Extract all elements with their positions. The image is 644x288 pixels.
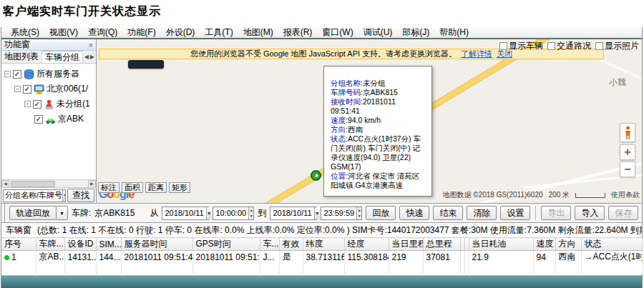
checkbox-icon[interactable] (499, 42, 507, 50)
menu-function[interactable]: 功能(F) (122, 26, 160, 39)
cell-server-time[interactable]: 20181011 09:51:41 (121, 251, 192, 264)
scroll-left-icon[interactable]: ◀ (1, 180, 9, 188)
scrollbar-thumb[interactable] (11, 181, 55, 187)
cell-plate[interactable]: 京AB... (36, 251, 64, 264)
from-date-picker[interactable]: 2018/10/11 ▼ (162, 207, 209, 220)
tab-scroll-right-icon[interactable]: ▶ (90, 54, 94, 60)
tree-item-vehicle-jingabk815[interactable]: ✓ 京ABK (1, 111, 96, 126)
menu-query[interactable]: 查询(Q) (83, 26, 122, 39)
col-day-mileage[interactable]: 当日里程 (389, 238, 423, 251)
tab-vehicle-groups[interactable]: 车辆分组 (42, 51, 83, 63)
map-type-dropdown[interactable] (128, 60, 164, 69)
col-gps-time[interactable]: GPS时间 (192, 238, 260, 251)
menu-peripheral[interactable]: 外设(D) (161, 26, 200, 39)
col-latitude[interactable]: 纬度 (303, 238, 344, 251)
cell-latitude[interactable]: 38.713116 (303, 251, 344, 264)
spinner-arrows-icon[interactable]: ▲▼ (248, 207, 253, 219)
cell-device-id[interactable]: 14131... (64, 251, 96, 264)
settings-button[interactable]: 设置 (500, 206, 530, 220)
to-time-spinner[interactable]: 23:59:59 ▲▼ (321, 207, 362, 220)
tab-map-list[interactable]: 地图列表 (1, 51, 42, 63)
terms-link[interactable]: 使用条款 (611, 190, 640, 200)
show-photos-option[interactable]: 显示照片 (595, 40, 639, 52)
learn-more-link[interactable]: 了解详情 (461, 49, 492, 59)
play-button[interactable]: 回放 (366, 206, 396, 220)
cell-total-mileage[interactable]: 37081 (423, 251, 460, 264)
distance-button[interactable]: 距离 (145, 182, 167, 193)
cell-day-mileage[interactable]: 219 (389, 251, 423, 264)
from-time-spinner[interactable]: 10:00:00 ▲▼ (213, 207, 254, 220)
col-index[interactable]: 序号 (1, 238, 36, 251)
collapse-icon[interactable]: − (14, 86, 21, 92)
col-vehicle[interactable]: 车... (260, 238, 279, 251)
menu-tools[interactable]: 工具(T) (200, 26, 238, 39)
chevron-down-icon[interactable]: ▼ (57, 206, 68, 220)
cell-speed[interactable]: 94 (533, 251, 555, 264)
track-playback-splitbutton[interactable]: 轨迹回放 ▼ (9, 206, 68, 220)
group-plate-combobox[interactable]: 分组名称/车牌号 ▼ (3, 189, 66, 202)
cell-direction[interactable]: 西南 (555, 251, 581, 264)
vehicle-marker[interactable]: ▲ (311, 170, 321, 181)
table-row[interactable]: 1 京AB... 14131... 144... 20181011 09:51:… (1, 251, 643, 264)
checkbox-vehicle[interactable]: ✓ (34, 115, 43, 124)
cell-index[interactable]: 1 (1, 251, 36, 264)
tab-scroll-arrows[interactable]: ◀▶ (84, 51, 96, 63)
col-valid[interactable]: 有效 (279, 238, 303, 251)
collapse-icon[interactable]: − (24, 101, 31, 107)
cell-longitude[interactable]: 115.308184 (344, 251, 389, 264)
rectangle-button[interactable]: 矩形 (169, 182, 190, 193)
traffic-option[interactable]: 交通路况 (547, 40, 591, 52)
tree-item-all-servers[interactable]: − ✓ 所有服务器 (1, 66, 96, 81)
scroll-right-icon[interactable]: ▶ (88, 180, 96, 188)
cell-day-fuel[interactable]: 21.9 (469, 251, 533, 264)
chevron-down-icon[interactable]: ▼ (206, 207, 212, 219)
menu-view[interactable]: 视图(V) (44, 26, 83, 39)
chevron-down-icon[interactable]: ▼ (314, 207, 320, 219)
col-device-id[interactable]: 设备ID (64, 238, 96, 251)
menu-help[interactable]: 帮助(H) (434, 26, 474, 39)
checkbox-all-servers[interactable]: ✓ (13, 70, 21, 79)
zoom-in-button[interactable]: + (620, 144, 635, 160)
checkbox-ungrouped[interactable]: ✓ (33, 100, 42, 109)
find-button[interactable]: 查找 (67, 189, 94, 202)
col-sim[interactable]: SIM... (96, 238, 121, 251)
chevron-down-icon[interactable]: ▼ (62, 190, 66, 202)
menu-report[interactable]: 报表(R) (278, 26, 318, 39)
menu-window[interactable]: 窗口(W) (317, 26, 358, 39)
pegman-control[interactable] (620, 123, 635, 142)
tree-item-ungrouped[interactable]: − ✓ 未分组(1 (1, 96, 96, 111)
import-button[interactable]: 导入 (575, 206, 605, 220)
cell-gps-time[interactable]: 20181011 09:51:39 (192, 251, 260, 264)
checkbox-icon[interactable] (547, 42, 555, 50)
export-button[interactable]: 导出 (541, 206, 571, 220)
annotate-button[interactable]: 标注 (98, 182, 119, 193)
checkbox-icon[interactable] (595, 42, 603, 50)
spinner-arrows-icon[interactable]: ▲▼ (356, 207, 361, 219)
show-vehicles-option[interactable]: 显示车辆 (499, 40, 543, 52)
col-direction[interactable]: 方向 (555, 238, 581, 251)
to-date-picker[interactable]: 2018/10/11 ▼ (270, 207, 317, 220)
col-total-mileage[interactable]: 总里程 (423, 238, 460, 251)
menu-system[interactable]: 系统(S) (6, 26, 44, 39)
menu-map[interactable]: 地图(M) (238, 26, 278, 39)
col-day-fuel[interactable]: 当日耗油 (469, 238, 533, 251)
tab-scroll-left-icon[interactable]: ◀ (84, 54, 89, 60)
zoom-out-button[interactable]: − (620, 162, 635, 177)
collapse-icon[interactable]: − (4, 71, 11, 77)
sidebar-close-icon[interactable]: × (89, 41, 93, 49)
col-server-time[interactable]: 服务器时间 (121, 238, 192, 251)
col-status[interactable]: 状态 (581, 238, 643, 251)
menu-standard[interactable]: 部标(J) (397, 26, 434, 39)
map-canvas[interactable]: 地图 您使用的浏览器不受 Google 地图 JavaScript API 支持… (97, 39, 642, 203)
menu-debug[interactable]: 调试(U) (358, 26, 398, 39)
sidebar-horizontal-scrollbar[interactable]: ◀ ▶ (1, 179, 96, 187)
cell-sim[interactable]: 144... (96, 251, 121, 264)
cell-valid[interactable]: 是 (279, 251, 303, 264)
stop-button[interactable]: 结束 (433, 206, 463, 220)
tree-item-server-beijing006[interactable]: − ✓ 北京006(1/ (1, 81, 96, 96)
save-button[interactable]: 保存 (608, 206, 638, 220)
track-playback-button[interactable]: 轨迹回放 (9, 206, 57, 220)
cell-status[interactable]: →ACC点火(1时37分) 车 (581, 251, 643, 264)
checkbox-beijing006[interactable]: ✓ (23, 85, 31, 94)
col-longitude[interactable]: 经度 (344, 238, 389, 251)
